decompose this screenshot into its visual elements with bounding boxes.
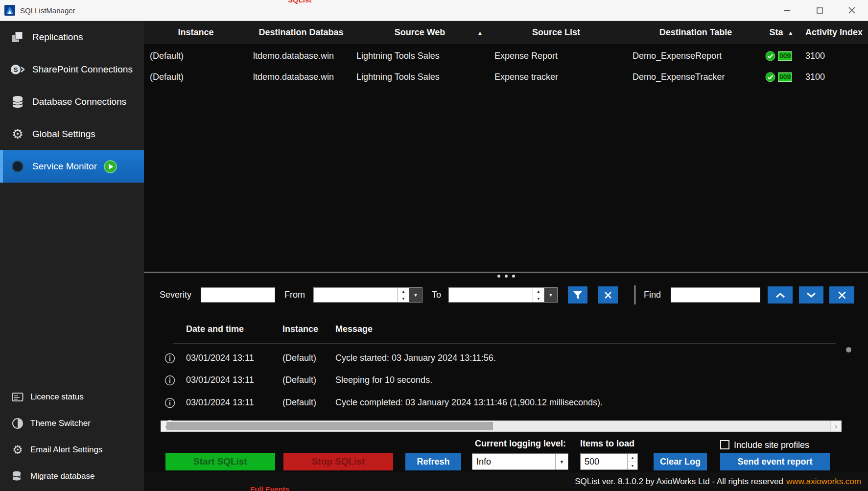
log-row[interactable]: 03/01/2024 13:11 (Default) Cycle started… xyxy=(144,347,868,369)
column-header-destination-table[interactable]: Destination Table xyxy=(627,21,764,44)
clear-find-button[interactable] xyxy=(829,286,854,304)
column-header-source-list[interactable]: Source List xyxy=(485,21,627,44)
find-input[interactable] xyxy=(671,287,760,303)
spin-up-icon[interactable]: ▲ xyxy=(533,288,544,295)
log-message: Sleeping for 10 seconds. xyxy=(335,369,432,391)
sidebar-item-theme-switcher[interactable]: Theme Switcher xyxy=(0,410,144,437)
info-icon xyxy=(164,397,175,408)
apply-filter-button[interactable] xyxy=(568,286,587,304)
sort-asc-icon: ▲ xyxy=(477,30,483,36)
close-icon xyxy=(837,290,847,300)
sidebar-item-email-alert-settings[interactable]: ⚙ Email Alert Settings xyxy=(0,437,144,463)
spin-down-icon[interactable]: ▼ xyxy=(398,295,409,302)
status-badge: 009 xyxy=(778,72,792,82)
sidebar-bottom-section: Licence status Theme Switcher ⚙ Email Al… xyxy=(0,384,144,490)
panel-splitter[interactable] xyxy=(144,272,868,280)
main-content: Instance Destination Databas Source Web▲… xyxy=(144,21,868,491)
log-instance: (Default) xyxy=(282,369,316,391)
sidebar-item-label: Migrate database xyxy=(30,471,94,481)
info-icon xyxy=(164,353,175,364)
cell-instance: (Default) xyxy=(144,51,248,61)
axioworks-link[interactable]: www.axioworks.com xyxy=(786,477,861,487)
sidebar-item-service-monitor[interactable]: Service Monitor xyxy=(0,150,144,183)
cell-status: 009 xyxy=(764,51,798,61)
window-controls xyxy=(771,0,868,21)
include-site-profiles-checkbox[interactable] xyxy=(720,440,729,449)
spin-up-icon[interactable]: ▲ xyxy=(398,288,409,295)
sidebar-item-licence-status[interactable]: Licence status xyxy=(0,384,144,410)
column-header-instance[interactable]: Instance xyxy=(144,21,248,44)
licence-icon xyxy=(11,392,24,402)
sidebar-item-sharepoint-connections[interactable]: S SharePoint Connections xyxy=(0,53,144,86)
to-spinner[interactable]: ▲▼ xyxy=(533,287,544,303)
log-row[interactable]: 03/01/2024 13:11 (Default) Sleeping for … xyxy=(144,369,868,391)
cell-activity-index: 3100 xyxy=(798,51,868,61)
from-spinner[interactable]: ▲▼ xyxy=(398,287,409,303)
log-column-instance[interactable]: Instance xyxy=(282,324,318,334)
severity-input[interactable] xyxy=(201,287,275,303)
app-window: SQList Full Events SQLListManager Replic… xyxy=(0,0,868,491)
version-text: SQList ver. 8.1.0.2 by AxioWorks Ltd - A… xyxy=(575,477,783,487)
find-previous-button[interactable] xyxy=(768,286,793,304)
sidebar-item-label: Global Settings xyxy=(32,129,95,140)
app-icon xyxy=(4,5,15,16)
log-date: 03/01/2024 13:11 xyxy=(186,392,254,414)
sidebar-item-replications[interactable]: Replications xyxy=(0,21,144,53)
to-datetime-input[interactable] xyxy=(448,287,533,303)
sidebar-item-migrate-database[interactable]: Migrate database xyxy=(0,463,144,490)
sharepoint-icon: S xyxy=(10,63,25,76)
logging-level-select[interactable]: Info ▼ xyxy=(472,453,568,470)
send-event-report-button[interactable]: Send event report xyxy=(720,453,830,470)
spin-down-icon[interactable]: ▼ xyxy=(628,462,637,470)
replication-row[interactable]: (Default) ltdemo.database.win Lightning … xyxy=(144,46,868,67)
chevron-down-icon[interactable]: ▼ xyxy=(555,454,568,469)
replications-icon xyxy=(10,31,25,44)
items-to-load-stepper[interactable]: 500 ▲▼ xyxy=(580,453,638,470)
sidebar-item-database-connections[interactable]: Database Connections xyxy=(0,86,144,118)
chevron-down-icon xyxy=(806,292,817,299)
from-datetime-input[interactable] xyxy=(313,287,398,303)
database-icon xyxy=(10,95,25,109)
start-sqlist-button[interactable]: Start SQList xyxy=(165,453,275,470)
status-ok-icon xyxy=(765,72,775,82)
minimize-button[interactable] xyxy=(771,0,803,21)
column-header-destination-database[interactable]: Destination Databas xyxy=(248,21,354,44)
scrollbar-thumb[interactable] xyxy=(166,422,493,430)
service-running-play-icon[interactable] xyxy=(104,160,117,173)
clipped-red-label-bottom: Full Events xyxy=(250,485,289,491)
replication-row[interactable]: (Default) ltdemo.database.win Lightning … xyxy=(144,67,868,88)
close-button[interactable] xyxy=(836,0,868,21)
log-column-message[interactable]: Message xyxy=(335,324,373,334)
log-vertical-scrollbar-thumb[interactable] xyxy=(846,347,851,352)
window-title: SQLListManager xyxy=(20,6,75,15)
cell-status: 009 xyxy=(764,72,798,82)
clipped-red-label-top: SQList xyxy=(288,0,311,4)
clear-log-button[interactable]: Clear Log xyxy=(654,453,707,470)
log-horizontal-scrollbar[interactable]: ‹ › xyxy=(161,421,842,432)
column-header-status[interactable]: Sta▲ xyxy=(764,21,798,44)
log-row[interactable]: 03/01/2024 13:11 (Default) Cycle complet… xyxy=(144,392,868,414)
log-date: 03/01/2024 13:11 xyxy=(186,347,254,369)
chevron-up-icon xyxy=(775,292,786,299)
find-next-button[interactable] xyxy=(799,286,823,304)
refresh-button[interactable]: Refresh xyxy=(405,453,461,470)
sidebar-item-label: Replications xyxy=(32,32,83,43)
log-column-date[interactable]: Date and time xyxy=(186,324,244,334)
spin-up-icon[interactable]: ▲ xyxy=(628,454,637,462)
column-header-source-web[interactable]: Source Web▲ xyxy=(354,21,485,44)
gear-icon: ⚙ xyxy=(10,128,25,141)
sidebar-item-label: Licence status xyxy=(30,392,84,402)
scroll-right-icon[interactable]: › xyxy=(830,421,841,431)
maximize-button[interactable] xyxy=(803,0,836,21)
column-header-activity-index[interactable]: Activity Index xyxy=(798,21,868,44)
sidebar-item-global-settings[interactable]: ⚙ Global Settings xyxy=(0,118,144,150)
log-instance: (Default) xyxy=(282,392,316,414)
clear-filter-button[interactable] xyxy=(598,286,618,304)
status-badge: 009 xyxy=(778,51,792,61)
spin-down-icon[interactable]: ▼ xyxy=(533,295,544,302)
stop-sqlist-button[interactable]: Stop SQList xyxy=(283,453,393,470)
items-to-load-label: Items to load xyxy=(580,439,634,449)
sidebar-item-label: Service Monitor xyxy=(32,161,97,172)
to-dropdown-button[interactable]: ▼ xyxy=(544,287,558,303)
from-dropdown-button[interactable]: ▼ xyxy=(409,287,422,303)
